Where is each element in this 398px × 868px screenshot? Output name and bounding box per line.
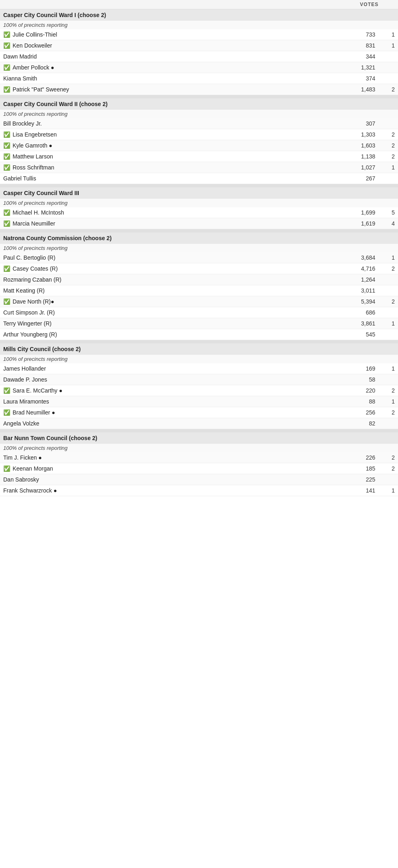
candidate-votes: 1,619 (346, 220, 379, 227)
candidate-name: Rozmaring Czaban (R) (3, 276, 346, 283)
candidate-name: Bill Brockley Jr. (3, 120, 346, 127)
table-row: ✅ Brad Neumiller ●2562 (0, 407, 398, 418)
candidate-name: Dan Sabrosky (3, 476, 346, 483)
candidate-pct: 2 (379, 409, 395, 416)
candidate-name: Matt Keating (R) (3, 287, 346, 294)
table-row: Tim J. Ficken ●2262 (0, 452, 398, 463)
candidate-votes: 1,303 (346, 131, 379, 138)
section-gap (0, 229, 398, 232)
candidate-name: ✅ Lisa Engebretsen (3, 131, 346, 138)
candidate-votes: 1,603 (346, 142, 379, 149)
winner-checkmark-icon: ✅ (3, 164, 12, 171)
winner-checkmark-icon: ✅ (3, 131, 12, 138)
table-row: ✅ Kyle Gamroth ●1,6032 (0, 140, 398, 151)
section-gap (0, 429, 398, 432)
candidate-name: ✅ Michael H. McIntosh (3, 209, 346, 216)
candidate-pct: 2 (379, 454, 395, 461)
candidate-pct: 1 (379, 254, 395, 261)
candidate-pct: 1 (379, 365, 395, 372)
candidate-pct: 5 (379, 209, 395, 216)
section-title: Casper City Council Ward III (0, 187, 398, 199)
candidate-votes: 5,394 (346, 298, 379, 305)
table-row: Curt Simpson Jr. (R)686 (0, 307, 398, 318)
candidate-name: ✅ Kyle Gamroth ● (3, 142, 346, 149)
winner-checkmark-icon: ✅ (3, 465, 12, 472)
candidate-pct: 2 (379, 465, 395, 472)
candidate-votes: 185 (346, 465, 379, 472)
candidate-votes: 344 (346, 53, 379, 60)
candidate-votes: 1,027 (346, 164, 379, 171)
winner-checkmark-icon: ✅ (3, 387, 12, 394)
table-row: ✅ Lisa Engebretsen1,3032 (0, 129, 398, 140)
table-row: Paul C. Bertoglio (R)3,6841 (0, 252, 398, 263)
candidate-votes: 831 (346, 42, 379, 49)
candidate-name: ✅ Brad Neumiller ● (3, 409, 346, 416)
candidate-name: ✅ Casey Coates (R) (3, 265, 346, 272)
candidate-votes: 88 (346, 398, 379, 405)
winner-checkmark-icon: ✅ (3, 42, 12, 49)
candidate-votes: 267 (346, 175, 379, 182)
section-subtitle: 100% of precincts reporting (0, 444, 398, 452)
section-subtitle: 100% of precincts reporting (0, 199, 398, 207)
table-row: ✅ Sara E. McCarthy ●2202 (0, 385, 398, 396)
table-row: Dan Sabrosky225 (0, 474, 398, 485)
candidate-name: ✅ Dave North (R)● (3, 298, 346, 305)
candidate-name: James Hollander (3, 365, 346, 372)
candidate-name: ✅ Ken Dockweiler (3, 42, 346, 49)
table-row: Dawn Madrid344 (0, 51, 398, 62)
table-row: Kianna Smith374 (0, 73, 398, 84)
section-subtitle: 100% of precincts reporting (0, 21, 398, 29)
candidate-votes: 4,716 (346, 265, 379, 272)
candidate-name: Laura Miramontes (3, 398, 346, 405)
section-title: Casper City Council Ward I (choose 2) (0, 9, 398, 21)
table-row: Laura Miramontes881 (0, 396, 398, 407)
candidate-pct: 1 (379, 398, 395, 405)
candidate-name: Curt Simpson Jr. (R) (3, 309, 346, 316)
section-gap (0, 340, 398, 343)
winner-checkmark-icon: ✅ (3, 142, 12, 149)
table-row: Angela Volzke82 (0, 418, 398, 429)
candidate-votes: 1,264 (346, 276, 379, 283)
candidate-name: Frank Schwarzrock ● (3, 487, 346, 494)
candidate-name: Paul C. Bertoglio (R) (3, 254, 346, 261)
table-row: ✅ Keenan Morgan1852 (0, 463, 398, 474)
candidate-pct: 1 (379, 31, 395, 38)
table-row: Bill Brockley Jr.307 (0, 118, 398, 129)
winner-checkmark-icon: ✅ (3, 265, 12, 272)
table-row: James Hollander1691 (0, 363, 398, 374)
candidate-name: Dawade P. Jones (3, 376, 346, 383)
candidate-votes: 3,011 (346, 287, 379, 294)
table-row: ✅ Ken Dockweiler8311 (0, 40, 398, 51)
candidate-votes: 256 (346, 409, 379, 416)
candidate-pct: 2 (379, 131, 395, 138)
winner-checkmark-icon: ✅ (3, 220, 12, 227)
table-row: ✅ Julie Collins-Thiel7331 (0, 29, 398, 40)
winner-checkmark-icon: ✅ (3, 153, 12, 160)
candidate-votes: 686 (346, 309, 379, 316)
table-row: ✅ Amber Pollock ●1,321 (0, 62, 398, 73)
candidate-votes: 58 (346, 376, 379, 383)
candidate-votes: 226 (346, 454, 379, 461)
candidate-name: ✅ Julie Collins-Thiel (3, 31, 346, 38)
section-subtitle: 100% of precincts reporting (0, 244, 398, 252)
winner-checkmark-icon: ✅ (3, 298, 12, 305)
candidate-pct: 2 (379, 387, 395, 394)
table-row: Terry Wingerter (R)3,8611 (0, 318, 398, 329)
table-row: Frank Schwarzrock ●1411 (0, 485, 398, 496)
candidate-pct: 2 (379, 153, 395, 160)
candidate-votes: 1,483 (346, 86, 379, 93)
candidate-pct: 2 (379, 142, 395, 149)
table-row: ✅ Michael H. McIntosh1,6995 (0, 207, 398, 218)
candidate-pct: 1 (379, 164, 395, 171)
candidate-votes: 545 (346, 331, 379, 338)
section-title: Mills City Council (choose 2) (0, 343, 398, 355)
section-title: Bar Nunn Town Council (choose 2) (0, 432, 398, 444)
table-row: Dawade P. Jones58 (0, 374, 398, 385)
candidate-votes: 3,684 (346, 254, 379, 261)
candidate-votes: 82 (346, 420, 379, 427)
candidate-name: Terry Wingerter (R) (3, 320, 346, 327)
table-row: ✅ Matthew Larson1,1382 (0, 151, 398, 162)
candidate-votes: 1,699 (346, 209, 379, 216)
candidate-votes: 374 (346, 75, 379, 82)
candidate-name: Dawn Madrid (3, 53, 346, 60)
